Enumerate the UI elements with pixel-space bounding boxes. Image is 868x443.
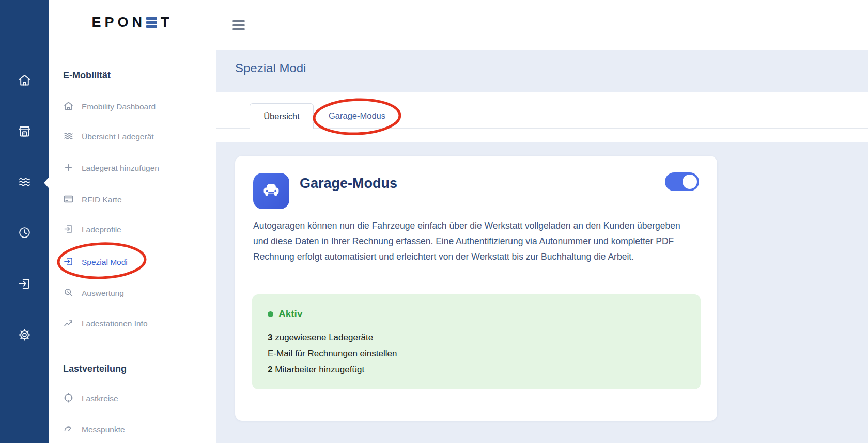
credit-card-icon [63,194,74,207]
charging-waves-icon [63,131,74,144]
sidebar-item-label: Spezial Modi [82,258,128,267]
brand-logo-right: T [161,14,173,30]
brand-logo[interactable]: EPONT [49,14,216,30]
status-label: Aktiv [278,308,302,320]
gauge-icon [63,423,74,436]
card-title: Garage-Modus [300,176,397,192]
rail-storefront-button[interactable] [0,119,49,146]
status-line: 2 Mitarbeiter hinzugefügt [268,361,397,377]
status-box: Aktiv 3 zugewiesene Ladegeräte E-Mail fü… [252,294,701,389]
car-icon-tile [253,173,289,209]
hamburger-icon[interactable] [233,20,245,32]
sidebar-item-auswertung[interactable]: Auswertung [63,287,124,299]
sidebar-item-label: Emobility Dashboard [82,102,156,112]
rail-history-button[interactable] [0,220,49,247]
car-icon [261,180,282,202]
tab-bar: Übersicht Garage-Modus [216,92,868,142]
sidebar-item-ladestationen-info[interactable]: Ladestationen Info [63,318,148,330]
section-title-emobility: E-Mobilität [63,70,111,81]
sign-in-icon [18,277,32,293]
toggle-knob [683,175,697,189]
status-line: E-Mail für Rechnungen einstellen [268,345,397,361]
storefront-icon [18,124,32,140]
sidebar-item-label: Übersicht Ladegerät [82,132,154,141]
status-details: 3 zugewiesene Ladegeräte E-Mail für Rech… [268,329,397,377]
sidebar-item-ladeprofile[interactable]: Ladeprofile [63,224,121,236]
page-title: Spezial Modi [235,61,306,75]
sidebar-item-uebersicht-ladegeraet[interactable]: Übersicht Ladegerät [63,131,154,143]
status-line: 3 zugewiesene Ladegeräte [268,329,397,345]
sidebar-item-ladegeraet-hinzufuegen[interactable]: Ladegerät hinzufügen [63,162,159,175]
tab-label: Übersicht [264,112,300,121]
rail-home-button[interactable] [0,68,49,94]
sidebar-item-lastkreise[interactable]: Lastkreise [63,392,118,405]
sidebar-item-messpunkte[interactable]: Messpunkte [63,423,125,436]
rail-charging-button[interactable] [0,169,49,196]
rail-sign-in-button[interactable] [0,271,49,298]
app-root: EPONT E-Mobilität Emobility Dashboard Üb… [0,0,868,443]
sidebar-item-rfid-karte[interactable]: RFID Karte [63,194,122,206]
section-title-lastverteilung: Lastverteilung [63,363,127,374]
sidebar-item-label: Auswertung [82,289,124,298]
rail-settings-button[interactable] [0,322,49,349]
sidebar-item-spezial-modi[interactable]: Spezial Modi [63,256,128,268]
garage-mode-toggle[interactable] [665,172,699,191]
magnifier-icon [63,287,74,300]
sidebar-item-label: RFID Karte [82,195,122,204]
status-header: Aktiv [268,308,302,320]
sidebar-item-label: Messpunkte [82,425,125,434]
sign-in-icon [63,224,74,236]
three-bars-glyph [146,17,157,28]
sidebar-item-label: Ladegerät hinzufügen [82,164,159,173]
main-content: Spezial Modi Übersicht Garage-Modus [216,0,868,443]
clock-icon [18,226,32,242]
sidebar-item-label: Lastkreise [82,394,118,403]
brand-logo-left: EPON [91,14,146,30]
sidebar-item-label: Ladestationen Info [82,319,148,328]
status-dot-icon [268,311,273,317]
home-icon [63,101,74,114]
sidebar: EPONT E-Mobilität Emobility Dashboard Üb… [49,0,216,443]
card-description: Autogaragen können nun die Fahrzeuge ein… [253,218,692,264]
settings-gear-icon [18,328,32,344]
icon-rail [0,0,49,443]
sidebar-item-label: Ladeprofile [82,225,121,234]
trend-arrow-icon [63,318,74,330]
tab-garage-modus[interactable]: Garage-Modus [314,103,400,128]
tab-uebersicht[interactable]: Übersicht [250,103,314,129]
home-icon [18,73,32,89]
top-header-bar [216,0,868,50]
sidebar-item-emobility-dashboard[interactable]: Emobility Dashboard [63,101,156,113]
sign-in-icon [63,256,74,269]
tab-label: Garage-Modus [329,111,385,121]
garage-mode-card: Garage-Modus Autogaragen können nun die … [235,156,717,421]
active-rail-indicator [44,178,49,188]
crosshair-circle-icon [63,392,74,405]
charging-waves-icon [18,175,32,191]
tab-bar-divider [216,128,868,129]
plus-icon [63,162,74,175]
